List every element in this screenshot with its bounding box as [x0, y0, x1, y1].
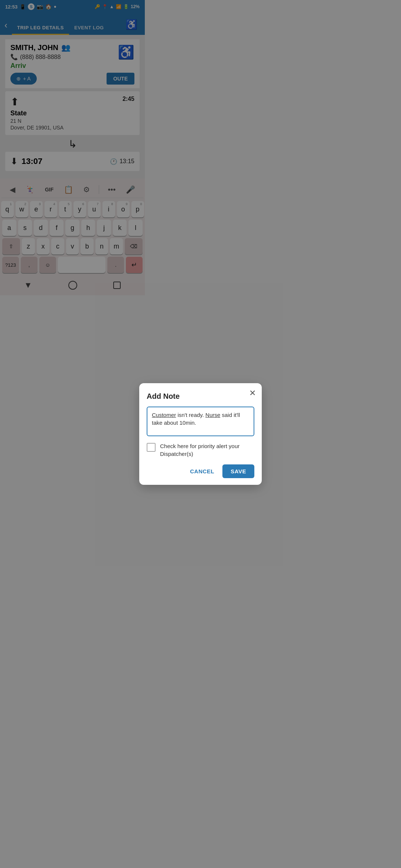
- dialog-overlay: Add Note ✕ Customer isn't ready. Nurse s…: [0, 0, 145, 313]
